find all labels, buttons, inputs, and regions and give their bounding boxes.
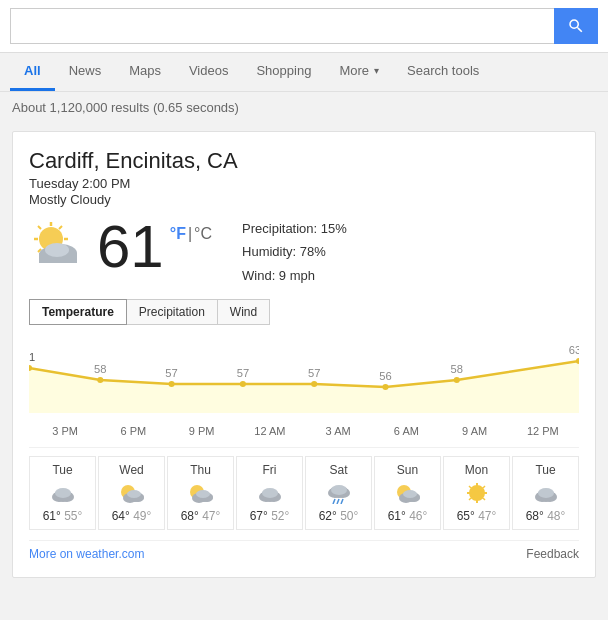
svg-point-43	[196, 490, 210, 498]
forecast-sun: Sun 61° 46°	[374, 456, 441, 530]
time-label-3: 12 AM	[236, 425, 304, 437]
svg-line-68	[483, 498, 485, 500]
current-weather-row: 61 °F|°C Precipitation: 15% Humidity: 78…	[29, 217, 579, 287]
svg-text:58: 58	[451, 363, 463, 375]
btn-precipitation[interactable]: Precipitation	[126, 299, 218, 325]
humidity-detail: Humidity: 78%	[242, 240, 347, 263]
search-icon	[567, 17, 585, 35]
svg-line-66	[483, 486, 485, 488]
tab-maps[interactable]: Maps	[115, 53, 175, 91]
forecast-thu: Thu 68° 47°	[167, 456, 234, 530]
temp-area: 61 °F|°C	[97, 217, 212, 277]
svg-point-47	[262, 488, 278, 498]
search-button[interactable]	[554, 8, 598, 44]
tab-videos[interactable]: Videos	[175, 53, 243, 91]
svg-point-51	[331, 485, 347, 495]
time-label-5: 6 AM	[372, 425, 440, 437]
search-input[interactable]: cardiff-by-the-sea weather	[10, 8, 554, 44]
forecast-tue-2: Tue 68° 48°	[512, 456, 579, 530]
svg-marker-13	[29, 361, 579, 413]
time-label-2: 9 PM	[168, 425, 236, 437]
weather-location: Cardiff, Encinitas, CA	[29, 148, 579, 174]
forecast-icon-1	[117, 481, 147, 505]
chart-area: 61 58 57 57 57 56 58 63	[29, 333, 579, 423]
tab-search-tools[interactable]: Search tools	[393, 53, 493, 91]
forecast-icon-4	[324, 481, 354, 505]
svg-text:57: 57	[308, 367, 320, 379]
forecast-wed: Wed 64° 49°	[98, 456, 165, 530]
wind-detail: Wind: 9 mph	[242, 264, 347, 287]
svg-point-33	[55, 488, 71, 498]
svg-text:63: 63	[569, 344, 579, 356]
temp-chart-svg: 61 58 57 57 57 56 58 63	[29, 333, 579, 413]
tab-news[interactable]: News	[55, 53, 116, 91]
svg-line-6	[59, 226, 62, 229]
svg-point-12	[45, 243, 69, 257]
forecast-fri: Fri 67° 52°	[236, 456, 303, 530]
forecast-icon-2	[186, 481, 216, 505]
tab-shopping[interactable]: Shopping	[242, 53, 325, 91]
svg-line-65	[469, 486, 471, 488]
card-footer: More on weather.com Feedback	[29, 540, 579, 561]
svg-point-17	[240, 381, 246, 387]
svg-line-67	[469, 498, 471, 500]
weather-card: Cardiff, Encinitas, CA Tuesday 2:00 PM M…	[12, 131, 596, 578]
forecast-icon-6	[462, 481, 492, 505]
time-label-1: 6 PM	[99, 425, 167, 437]
weather-temp: 61	[97, 217, 164, 277]
svg-line-5	[38, 226, 41, 229]
forecast-icon-7	[531, 481, 561, 505]
chevron-down-icon: ▾	[374, 65, 379, 76]
svg-point-19	[382, 384, 388, 390]
weather-icon-area	[29, 217, 89, 267]
time-label-4: 3 AM	[304, 425, 372, 437]
btn-wind[interactable]: Wind	[217, 299, 270, 325]
nav-tabs: All News Maps Videos Shopping More▾ Sear…	[0, 53, 608, 92]
svg-point-16	[169, 381, 175, 387]
temp-unit-c[interactable]: °C	[194, 225, 212, 242]
temp-unit-f[interactable]: °F	[170, 225, 186, 242]
tab-more[interactable]: More▾	[325, 53, 393, 91]
svg-line-52	[333, 499, 335, 504]
svg-text:57: 57	[165, 367, 177, 379]
forecast-tue-1: Tue 61° 55°	[29, 456, 96, 530]
svg-line-54	[341, 499, 343, 504]
svg-text:56: 56	[379, 370, 391, 382]
forecast-icon-3	[255, 481, 285, 505]
svg-point-15	[97, 377, 103, 383]
svg-text:61: 61	[29, 351, 35, 363]
partly-cloudy-icon	[29, 217, 89, 267]
results-count: About 1,120,000 results (0.65 seconds)	[0, 92, 608, 123]
svg-point-20	[454, 377, 460, 383]
main-content: Cardiff, Encinitas, CA Tuesday 2:00 PM M…	[0, 123, 608, 594]
weather-details: Precipitation: 15% Humidity: 78% Wind: 9…	[242, 217, 347, 287]
weather-link[interactable]: More on weather.com	[29, 547, 144, 561]
svg-point-59	[403, 490, 417, 498]
time-label-7: 12 PM	[509, 425, 577, 437]
forecast-mon: Mon 65° 47°	[443, 456, 510, 530]
svg-point-38	[127, 490, 141, 498]
forecast-icon-5	[393, 481, 423, 505]
time-label-0: 3 PM	[31, 425, 99, 437]
chart-time-labels: 3 PM 6 PM 9 PM 12 AM 3 AM 6 AM 9 AM 12 P…	[29, 425, 579, 437]
svg-text:58: 58	[94, 363, 106, 375]
search-bar: cardiff-by-the-sea weather	[0, 0, 608, 53]
tab-all[interactable]: All	[10, 53, 55, 91]
forecast-icon-0	[48, 481, 78, 505]
weather-datetime: Tuesday 2:00 PM	[29, 176, 579, 191]
btn-temperature[interactable]: Temperature	[29, 299, 127, 325]
temp-units: °F|°C	[170, 225, 212, 243]
time-label-6: 9 AM	[441, 425, 509, 437]
svg-point-18	[311, 381, 317, 387]
svg-line-53	[337, 499, 339, 504]
svg-point-72	[538, 488, 554, 498]
svg-text:57: 57	[237, 367, 249, 379]
precipitation-detail: Precipitation: 15%	[242, 217, 347, 240]
forecast-row: Tue 61° 55° Wed	[29, 447, 579, 530]
chart-buttons: Temperature Precipitation Wind	[29, 299, 579, 325]
forecast-sat: Sat 62° 50°	[305, 456, 372, 530]
weather-condition: Mostly Cloudy	[29, 192, 579, 207]
feedback-link[interactable]: Feedback	[526, 547, 579, 561]
